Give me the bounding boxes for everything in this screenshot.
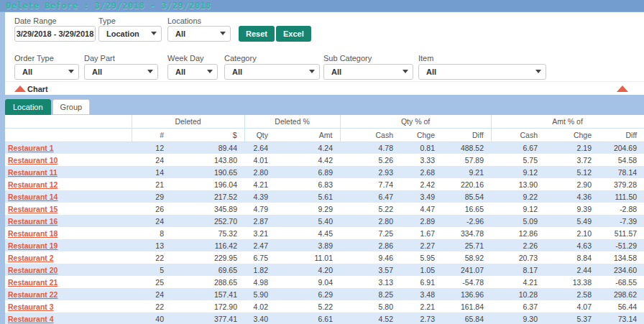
reset-button[interactable]: Reset bbox=[239, 26, 275, 42]
table-cell: 4.01 bbox=[244, 154, 275, 166]
table-row: Restaurant 1114190.652.806.892.932.689.2… bbox=[5, 166, 644, 178]
item-select[interactable]: All bbox=[418, 64, 546, 80]
chevron-down-icon bbox=[309, 70, 315, 73]
restaurant-link[interactable]: Restaurant 15 bbox=[8, 205, 58, 213]
day-part-select[interactable]: All bbox=[84, 64, 158, 80]
table-cell: 4.78 bbox=[340, 142, 400, 154]
restaurant-link[interactable]: Restaurant 22 bbox=[8, 290, 58, 299]
table-cell: 6.75 bbox=[244, 251, 275, 264]
table-cell: 172.90 bbox=[171, 300, 244, 313]
week-day-label: Week Day bbox=[167, 54, 204, 63]
restaurant-link[interactable]: Restaurant 14 bbox=[8, 193, 58, 201]
restaurant-link[interactable]: Restaurant 19 bbox=[8, 241, 58, 250]
table-cell: 4.52 bbox=[340, 313, 400, 324]
table-cell: 5 bbox=[132, 264, 171, 276]
table-cell: 116.42 bbox=[171, 239, 244, 251]
report-window: Delete Before : 3/29/2018 - 3/29/2018 Da… bbox=[0, 0, 644, 324]
table-cell: 5.80 bbox=[340, 300, 400, 313]
type-select[interactable]: Location bbox=[98, 26, 162, 42]
restaurant-link[interactable]: Restaurant 2 bbox=[8, 254, 54, 262]
table-cell: 2.90 bbox=[545, 178, 599, 190]
table-cell: 9.04 bbox=[275, 276, 340, 288]
locations-select[interactable]: All bbox=[167, 26, 231, 42]
group-header: Amt % of bbox=[491, 115, 644, 128]
table-cell: 20.73 bbox=[491, 251, 545, 264]
restaurant-link[interactable]: Restaurant 1 bbox=[8, 144, 54, 152]
restaurant-link[interactable]: Restaurant 4 bbox=[8, 315, 54, 323]
table-cell: 220.16 bbox=[442, 178, 491, 190]
date-range-input[interactable]: 3/29/2018 - 3/29/2018 bbox=[14, 26, 96, 42]
restaurant-link[interactable]: Restaurant 3 bbox=[8, 302, 54, 311]
restaurant-link[interactable]: Restaurant 10 bbox=[8, 156, 58, 165]
table-cell: 2.73 bbox=[400, 313, 442, 324]
table-cell: 2.89 bbox=[400, 215, 442, 227]
table-row: Restaurant 1624252.702.875.402.802.89-2.… bbox=[5, 215, 644, 227]
table-cell: 40 bbox=[132, 313, 171, 324]
table-cell: 16.65 bbox=[442, 203, 491, 215]
table-cell: 2.27 bbox=[400, 239, 442, 251]
restaurant-link[interactable]: Restaurant 12 bbox=[8, 180, 58, 189]
column-header: Chge bbox=[400, 128, 442, 142]
table-cell: 6.89 bbox=[275, 166, 340, 178]
table-cell: 5.26 bbox=[340, 154, 400, 166]
table-cell: -54.78 bbox=[442, 276, 491, 288]
restaurant-name-cell: Restaurant 10 bbox=[5, 154, 132, 166]
table-cell: 6.29 bbox=[275, 288, 340, 300]
table-cell: 5.40 bbox=[275, 215, 340, 227]
group-header bbox=[5, 115, 132, 128]
restaurant-name-cell: Restaurant 14 bbox=[5, 190, 132, 203]
table-cell: 143.80 bbox=[171, 154, 244, 166]
table-cell: 21 bbox=[132, 178, 171, 190]
sub-category-select[interactable]: All bbox=[323, 64, 413, 80]
restaurant-link[interactable]: Restaurant 20 bbox=[8, 266, 58, 274]
category-select-value: All bbox=[232, 68, 242, 76]
table-cell: 6.47 bbox=[340, 190, 400, 203]
category-select[interactable]: All bbox=[224, 64, 320, 80]
table-cell: 298.62 bbox=[599, 288, 644, 300]
table-cell: 2.10 bbox=[545, 227, 599, 239]
restaurant-link[interactable]: Restaurant 18 bbox=[8, 229, 58, 238]
table-cell: 2.44 bbox=[545, 264, 599, 276]
order-type-select[interactable]: All bbox=[14, 64, 79, 80]
excel-button[interactable]: Excel bbox=[276, 26, 311, 42]
table-cell: 3.57 bbox=[340, 264, 400, 276]
title-bar: Delete Before : 3/29/2018 - 3/29/2018 bbox=[0, 0, 644, 12]
table-cell: 2.68 bbox=[400, 166, 442, 178]
collapse-chart-icon[interactable] bbox=[14, 85, 26, 92]
table-cell: 8.25 bbox=[340, 288, 400, 300]
table-cell: 4.79 bbox=[244, 203, 275, 215]
tab-bar: Location Group bbox=[5, 99, 91, 115]
table-cell: -2.96 bbox=[442, 215, 491, 227]
table-cell: 229.95 bbox=[171, 251, 244, 264]
table-cell: 4.47 bbox=[400, 203, 442, 215]
table-cell: 5.49 bbox=[545, 215, 599, 227]
week-day-select[interactable]: All bbox=[167, 64, 218, 80]
tab-location[interactable]: Location bbox=[5, 99, 51, 115]
column-header: Chge bbox=[545, 128, 599, 142]
table-cell: 12 bbox=[132, 142, 171, 154]
type-select-value: Location bbox=[106, 29, 139, 38]
table-cell: 5.09 bbox=[491, 215, 545, 227]
table-cell: 488.52 bbox=[442, 142, 491, 154]
restaurant-link[interactable]: Restaurant 11 bbox=[8, 168, 58, 177]
column-header: Qty bbox=[244, 128, 275, 142]
restaurant-link[interactable]: Restaurant 16 bbox=[8, 217, 58, 226]
table-cell: 3.21 bbox=[244, 227, 275, 239]
table-cell: 5.75 bbox=[491, 154, 545, 166]
table-row: Restaurant 2224157.415.906.298.253.48136… bbox=[5, 288, 644, 300]
tab-group[interactable]: Group bbox=[52, 99, 91, 115]
table-cell: 4.21 bbox=[244, 178, 275, 190]
table-cell: 111.50 bbox=[599, 190, 644, 203]
item-label: Item bbox=[418, 54, 433, 63]
table-cell: 4.98 bbox=[244, 276, 275, 288]
table-cell: 190.65 bbox=[171, 166, 244, 178]
collapse-section-icon[interactable] bbox=[617, 85, 628, 92]
category-label: Category bbox=[224, 54, 257, 63]
table-cell: 3.48 bbox=[400, 288, 442, 300]
table-cell: 4.63 bbox=[545, 239, 599, 251]
table-cell: 24 bbox=[132, 215, 171, 227]
table-cell: 22 bbox=[132, 251, 171, 264]
column-header: Diff bbox=[599, 128, 644, 142]
restaurant-link[interactable]: Restaurant 21 bbox=[8, 278, 58, 287]
table-cell: 345.89 bbox=[171, 203, 244, 215]
